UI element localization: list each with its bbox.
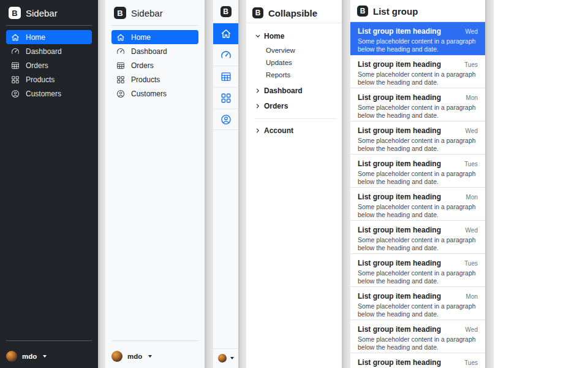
tree-item-label: Dashboard (264, 86, 303, 95)
collapsible-tree: HomeOverviewUpdatesReportsDashboardOrder… (246, 23, 342, 140)
sidebar-item-orders[interactable]: Orders (6, 58, 92, 72)
list-item-date: Tues (464, 359, 478, 366)
bootstrap-logo-icon: B (252, 7, 263, 18)
list-group-item[interactable]: List group item headingMonSome placehold… (350, 88, 485, 121)
sidebar-icon-item-grid[interactable] (213, 87, 238, 109)
tree-item-home[interactable]: Home (255, 30, 337, 42)
list-item-date: Tues (464, 260, 478, 267)
user-name: mdo (22, 353, 37, 360)
sidebar-item-products[interactable]: Products (6, 72, 92, 86)
sidebar-item-dashboard[interactable]: Dashboard (6, 44, 92, 58)
grid-icon (221, 93, 232, 104)
brand-title: Sidebar (26, 8, 58, 18)
list-item-body: Some placeholder content in a paragraphb… (358, 104, 478, 120)
list-item-heading: List group item heading (358, 93, 441, 102)
list-item-heading: List group item heading (358, 259, 441, 267)
tree-item-label: Account (264, 126, 293, 135)
divider (6, 340, 92, 341)
sidebar-item-label: Dashboard (131, 47, 167, 56)
brand-sidebar-dark[interactable]: B Sidebar (6, 6, 92, 20)
list-item-header: List group item headingTues (358, 159, 478, 168)
list-item-date: Wed (466, 227, 478, 234)
sidebar-item-home[interactable]: Home (6, 30, 92, 44)
list-group-item[interactable]: List group item headingWedSome placehold… (350, 221, 485, 254)
list-item-body: Some placeholder content in a paragraphb… (358, 203, 478, 220)
grid-icon (11, 75, 20, 84)
list-item-date: Wed (466, 326, 478, 333)
list-item-heading: List group item heading (358, 292, 441, 301)
sidebar-icon-item-table[interactable] (213, 66, 238, 87)
sidebar-item-label: Orders (131, 61, 154, 70)
divider (111, 340, 198, 341)
sidebar-item-customers[interactable]: Customers (111, 86, 198, 101)
list-item-date: Wed (466, 28, 478, 35)
brand-collapsible[interactable]: B Collapsible (252, 7, 336, 18)
user-dropdown[interactable] (213, 348, 238, 368)
sidebar-item-label: Dashboard (26, 47, 62, 56)
sidebar-item-label: Customers (26, 90, 61, 98)
list-group-item[interactable]: List group item headingWedSome placehold… (350, 121, 485, 155)
person-circle-icon (116, 90, 125, 98)
list-item-heading: List group item heading (358, 358, 441, 367)
sidebar-item-products[interactable]: Products (111, 72, 198, 86)
sidebar-item-orders[interactable]: Orders (111, 58, 198, 72)
list-group-item[interactable]: List group item headingWedSome placehold… (350, 22, 485, 55)
user-dropdown[interactable]: mdo (111, 345, 198, 362)
list-item-header: List group item headingMon (358, 93, 478, 102)
divider (255, 118, 337, 119)
person-circle-icon (221, 114, 232, 125)
list-group-item[interactable]: List group item headingMonSome placehold… (350, 188, 485, 221)
tree-item-dashboard[interactable]: Dashboard (255, 85, 337, 97)
brand-icons-only[interactable]: B (213, 0, 238, 23)
list-group-item[interactable]: List group item headingMonSome placehold… (350, 287, 485, 320)
list-item-heading: List group item heading (358, 60, 441, 69)
list-item-date: Wed (466, 128, 478, 134)
speedometer-icon (116, 47, 125, 56)
tree-subitem-overview[interactable]: Overview (266, 44, 337, 56)
tree-children: OverviewUpdatesReports (266, 44, 337, 81)
list-group-item[interactable]: List group item headingTuesSome placehol… (350, 353, 485, 368)
sidebar-item-label: Customers (131, 90, 167, 98)
list-group: List group item headingWedSome placehold… (350, 21, 485, 368)
tree-subitem-reports[interactable]: Reports (266, 69, 337, 81)
avatar (6, 351, 17, 362)
list-item-date: Mon (466, 293, 478, 300)
list-group-item[interactable]: List group item headingTuesSome placehol… (350, 155, 485, 188)
list-group-item[interactable]: List group item headingTuesSome placehol… (350, 254, 485, 287)
grid-icon (116, 75, 125, 84)
user-dropdown[interactable]: mdo (6, 345, 92, 362)
list-group-item[interactable]: List group item headingWedSome placehold… (350, 320, 485, 353)
sidebar-item-label: Products (131, 75, 160, 84)
bootstrap-logo-icon: B (357, 6, 368, 17)
list-item-heading: List group item heading (358, 193, 441, 201)
tree-item-orders[interactable]: Orders (255, 100, 337, 112)
column-divider (238, 0, 246, 368)
chevron-right-icon (255, 103, 261, 109)
collapsible-header: B Collapsible (246, 0, 342, 23)
tree-item-label: Orders (264, 102, 288, 110)
brand-list-group[interactable]: B List group (357, 6, 478, 17)
brand-title: List group (373, 6, 418, 17)
sidebar-icon-item-house[interactable] (213, 23, 238, 44)
list-item-heading: List group item heading (358, 159, 441, 168)
list-item-header: List group item headingWed (358, 325, 478, 334)
brand-sidebar-light[interactable]: B Sidebar (111, 6, 198, 20)
sidebar-icon-item-person-circle[interactable] (213, 109, 238, 130)
list-item-header: List group item headingWed (358, 226, 478, 234)
list-item-date: Tues (464, 161, 478, 167)
sidebar-item-label: Home (131, 33, 151, 42)
sidebar-item-dashboard[interactable]: Dashboard (111, 44, 198, 58)
tree-group: HomeOverviewUpdatesReports (255, 30, 337, 81)
sidebar-item-customers[interactable]: Customers (6, 86, 92, 101)
column-divider (205, 0, 213, 368)
list-group-item[interactable]: List group item headingTuesSome placehol… (350, 55, 485, 88)
tree-subitem-updates[interactable]: Updates (266, 56, 337, 69)
list-item-heading: List group item heading (358, 226, 441, 234)
list-item-date: Mon (466, 194, 478, 201)
sidebar-item-home[interactable]: Home (111, 30, 198, 44)
sidebar-icon-item-speedometer[interactable] (213, 44, 238, 66)
sidebar-dark: B Sidebar HomeDashboardOrdersProductsCus… (0, 0, 98, 368)
list-item-heading: List group item heading (358, 27, 441, 36)
list-group-panel: B List group List group item headingWedS… (350, 0, 485, 368)
tree-item-account[interactable]: Account (255, 125, 337, 137)
